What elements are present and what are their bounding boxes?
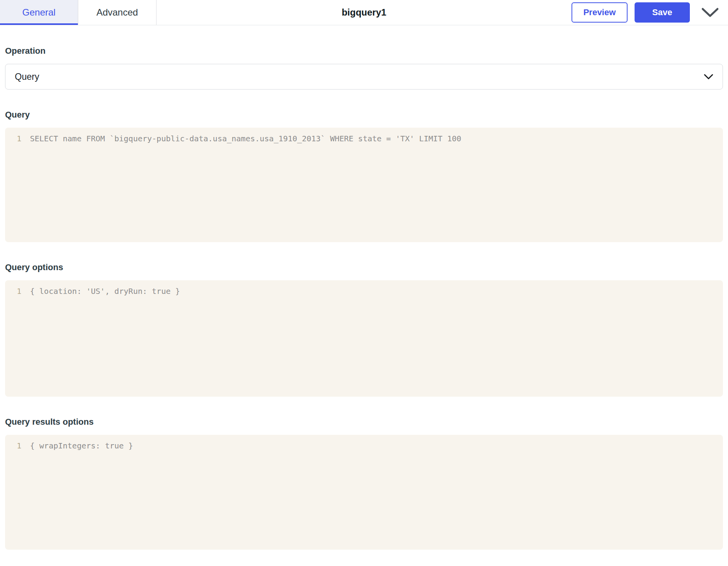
query-options-editor[interactable]: 1 { location: 'US', dryRun: true } (5, 280, 723, 397)
query-results-options-editor[interactable]: 1 { wrapIntegers: true } (5, 435, 723, 550)
query-code-editor[interactable]: 1 SELECT name FROM `bigquery-public-data… (5, 128, 723, 242)
save-button[interactable]: Save (635, 2, 690, 23)
tab-advanced-label: Advanced (97, 7, 138, 18)
line-number: 1 (5, 440, 21, 452)
line-number: 1 (5, 285, 21, 297)
tab-general-label: General (22, 7, 55, 18)
operation-select[interactable]: Query (5, 64, 723, 90)
preview-button[interactable]: Preview (571, 2, 628, 23)
operation-label: Operation (5, 46, 723, 56)
operation-select-value: Query (15, 72, 39, 82)
tab-general[interactable]: General (0, 0, 78, 25)
query-code-text: SELECT name FROM `bigquery-public-data.u… (30, 133, 723, 144)
code-line: 1 { wrapIntegers: true } (5, 440, 723, 452)
line-number: 1 (5, 133, 21, 144)
query-title: bigquery1 (157, 7, 571, 18)
code-line: 1 SELECT name FROM `bigquery-public-data… (5, 133, 723, 144)
code-line: 1 { location: 'US', dryRun: true } (5, 285, 723, 297)
query-label: Query (5, 110, 723, 120)
chevron-down-icon (701, 7, 719, 18)
query-options-label: Query options (5, 262, 723, 272)
tab-advanced[interactable]: Advanced (78, 0, 157, 25)
query-results-options-code-text: { wrapIntegers: true } (30, 440, 723, 452)
query-results-options-label: Query results options (5, 417, 723, 427)
form-panel: Operation Query Query 1 SELECT name FROM… (0, 46, 728, 550)
top-bar-right: bigquery1 Preview Save (157, 0, 728, 25)
chevron-down-icon (704, 74, 713, 79)
more-actions-button[interactable] (699, 2, 721, 23)
top-bar: General Advanced bigquery1 Preview Save (0, 0, 728, 25)
query-options-code-text: { location: 'US', dryRun: true } (30, 285, 723, 297)
